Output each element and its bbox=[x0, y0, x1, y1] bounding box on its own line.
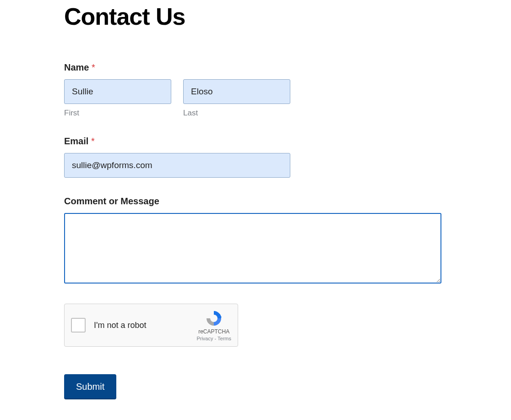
email-field-group: Email * bbox=[64, 136, 447, 178]
recaptcha-terms-link[interactable]: Terms bbox=[217, 336, 231, 341]
recaptcha-label: I'm not a robot bbox=[94, 321, 196, 330]
recaptcha-links: Privacy - Terms bbox=[196, 336, 231, 341]
last-name-sublabel: Last bbox=[183, 109, 290, 118]
email-input[interactable] bbox=[64, 153, 290, 178]
last-name-col: Last bbox=[183, 79, 290, 118]
message-textarea[interactable] bbox=[64, 213, 441, 284]
recaptcha-checkbox[interactable] bbox=[71, 318, 86, 333]
email-required-mark: * bbox=[91, 136, 95, 146]
message-field-group: Comment or Message bbox=[64, 196, 447, 285]
name-label-text: Name bbox=[64, 62, 89, 72]
first-name-sublabel: First bbox=[64, 109, 171, 118]
page-title: Contact Us bbox=[64, 3, 447, 30]
name-row: First Last bbox=[64, 79, 447, 118]
last-name-input[interactable] bbox=[183, 79, 290, 104]
email-label-text: Email bbox=[64, 136, 88, 146]
name-required-mark: * bbox=[92, 62, 95, 72]
name-label: Name * bbox=[64, 62, 447, 73]
name-field-group: Name * First Last bbox=[64, 62, 447, 118]
recaptcha-widget: I'm not a robot reCAPTCHA Privacy - Term… bbox=[64, 304, 238, 347]
recaptcha-brand: reCAPTCHA bbox=[198, 328, 229, 335]
submit-button[interactable]: Submit bbox=[64, 374, 116, 399]
email-label: Email * bbox=[64, 136, 447, 147]
recaptcha-icon bbox=[205, 309, 223, 327]
message-label: Comment or Message bbox=[64, 196, 447, 207]
first-name-input[interactable] bbox=[64, 79, 171, 104]
recaptcha-privacy-link[interactable]: Privacy bbox=[196, 336, 213, 341]
contact-form: Name * First Last Email * Comment or Mes… bbox=[64, 62, 447, 399]
recaptcha-right: reCAPTCHA Privacy - Terms bbox=[196, 309, 231, 341]
recaptcha-separator: - bbox=[213, 336, 217, 341]
first-name-col: First bbox=[64, 79, 171, 118]
